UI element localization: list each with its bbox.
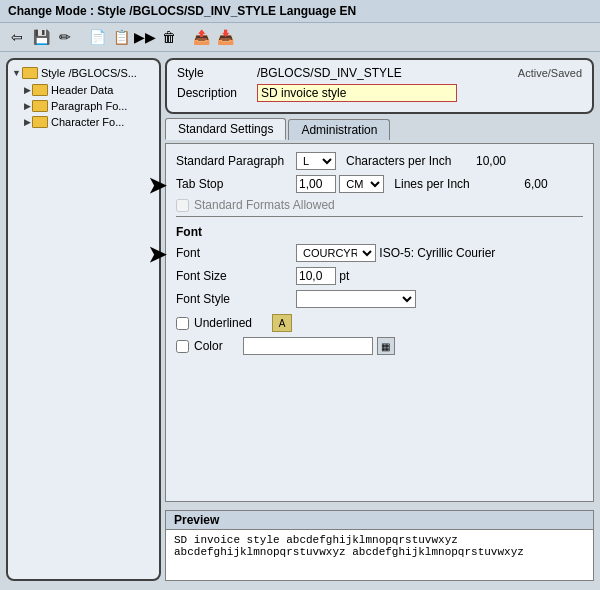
characters-per-inch-value: 10,00 [476,154,506,168]
font-select[interactable]: COURCYR [296,244,376,262]
standard-formats-label: Standard Formats Allowed [194,198,335,212]
toolbar-upload-btn[interactable]: 📤 [190,26,212,48]
lines-per-inch-label: Lines per Inch [394,177,524,191]
tree-item-label-2: Paragraph Fo... [51,100,127,112]
arrow-indicator-1: ➤ [148,173,166,199]
info-box: Style /BGLOCS/SD_INV_STYLE Active/Saved … [165,58,594,114]
tree-item-header[interactable]: ▶ Header Data [10,82,157,98]
style-value: /BGLOCS/SD_INV_STYLE [257,66,518,80]
underlined-picker-btn[interactable]: A [272,314,292,332]
tree-folder-icon-1 [32,84,48,96]
form-panel: Standard Paragraph L R C Characters per … [165,143,594,502]
color-checkbox[interactable] [176,340,189,353]
tree-item-arrow-2: ▶ [24,101,31,111]
underlined-checkbox[interactable] [176,317,189,330]
tree-root-label: Style /BGLOCS/S... [41,67,137,79]
tree-item-paragraph[interactable]: ▶ Paragraph Fo... [10,98,157,114]
preview-line2: abcdefghijklmnopqrstuvwxyz abcdefghijklm… [174,546,585,558]
tree-folder-icon-3 [32,116,48,128]
standard-paragraph-select[interactable]: L R C [296,152,336,170]
tab-stop-input[interactable] [296,175,336,193]
font-section-divider [176,216,583,217]
color-picker-btn[interactable]: ▦ [377,337,395,355]
underlined-label: Underlined [194,316,252,330]
font-size-input[interactable] [296,267,336,285]
description-input[interactable] [257,84,457,102]
style-status: Active/Saved [518,67,582,79]
preview-section: Preview SD invoice style abcdefghijklmno… [165,510,594,581]
tree-root-item[interactable]: ▼ Style /BGLOCS/S... [10,64,157,82]
standard-paragraph-right: L R C Characters per Inch 10,00 [296,152,583,170]
title-bar: Change Mode : Style /BGLOCS/SD_INV_STYLE… [0,0,600,23]
tree-panel: ▼ Style /BGLOCS/S... ▶ Header Data ▶ Par… [6,58,161,581]
description-label: Description [177,86,257,100]
tab-stop-label: Tab Stop [176,177,296,191]
font-size-label: Font Size [176,269,296,283]
color-input[interactable] [243,337,373,355]
style-row: Style /BGLOCS/SD_INV_STYLE Active/Saved [177,66,582,80]
color-label: Color [194,339,223,353]
toolbar: ⇦ 💾 ✏ 📄 📋 ▶▶ 🗑 📤 📥 [0,23,600,52]
preview-content: SD invoice style abcdefghijklmnopqrstuvw… [166,530,593,580]
font-size-right: pt [296,267,583,285]
toolbar-copy-btn[interactable]: 📋 [110,26,132,48]
arrow-indicator-2: ➤ [148,242,166,268]
font-style-row: Font Style [176,290,583,308]
style-label: Style [177,66,257,80]
tree-folder-icon-2 [32,100,48,112]
tab-standard-settings-label: Standard Settings [178,122,273,136]
standard-paragraph-row: Standard Paragraph L R C Characters per … [176,152,583,170]
tab-administration-label: Administration [301,123,377,137]
tree-item-arrow-1: ▶ [24,85,31,95]
preview-header: Preview [166,511,593,530]
toolbar-delete-btn[interactable]: 🗑 [158,26,180,48]
toolbar-edit-btn[interactable]: ✏ [54,26,76,48]
content-panel: Style /BGLOCS/SD_INV_STYLE Active/Saved … [165,58,594,581]
tree-item-label-1: Header Data [51,84,113,96]
characters-per-inch-label: Characters per Inch [346,154,476,168]
title-text: Change Mode : Style /BGLOCS/SD_INV_STYLE… [8,4,356,18]
toolbar-save-btn[interactable]: 💾 [30,26,52,48]
font-right: COURCYR ISO-5: Cyrillic Courier [296,244,583,262]
font-size-unit: pt [339,269,349,283]
tabs-container: Standard Settings Administration [165,118,594,140]
description-row: Description [177,84,582,102]
toolbar-back-btn[interactable]: ⇦ [6,26,28,48]
font-style-label: Font Style [176,292,296,306]
underlined-row: Underlined A [176,314,583,332]
tab-stop-right: CM IN Lines per Inch 6,00 [296,175,583,193]
toolbar-forward-btn[interactable]: ▶▶ [134,26,156,48]
font-label: Font [176,246,296,260]
standard-formats-checkbox[interactable] [176,199,189,212]
font-iso-label: ISO-5: Cyrillic Courier [379,246,495,260]
standard-formats-row: Standard Formats Allowed [176,198,583,212]
tab-stop-unit-select[interactable]: CM IN [339,175,384,193]
standard-paragraph-label: Standard Paragraph [176,154,296,168]
preview-line1: SD invoice style abcdefghijklmnopqrstuvw… [174,534,585,546]
tab-standard-settings[interactable]: Standard Settings [165,118,286,140]
tree-root-arrow: ▼ [12,68,21,78]
tab-stop-row: ➤ Tab Stop CM IN Lines per Inch 6,00 [176,175,583,193]
tree-item-arrow-3: ▶ [24,117,31,127]
toolbar-download-btn[interactable]: 📥 [214,26,236,48]
tab-administration[interactable]: Administration [288,119,390,140]
font-style-right [296,290,583,308]
main-area: ▼ Style /BGLOCS/S... ▶ Header Data ▶ Par… [0,52,600,587]
tree-item-label-3: Character Fo... [51,116,124,128]
color-row: Color ▦ [176,337,583,355]
lines-per-inch-value: 6,00 [524,177,547,191]
toolbar-new-btn[interactable]: 📄 [86,26,108,48]
font-section-header: Font [176,225,583,239]
tree-root-folder-icon [22,67,38,79]
font-style-select[interactable] [296,290,416,308]
font-row: ➤ Font COURCYR ISO-5: Cyrillic Courier [176,244,583,262]
tree-item-character[interactable]: ▶ Character Fo... [10,114,157,130]
font-size-row: Font Size pt [176,267,583,285]
